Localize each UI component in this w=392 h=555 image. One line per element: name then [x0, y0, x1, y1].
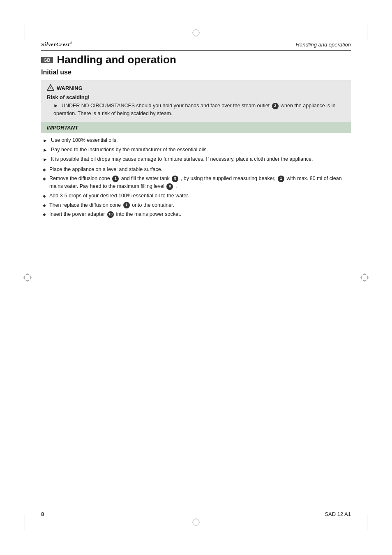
gb-label: GB: [41, 57, 53, 63]
step-5-badge-1: 10: [107, 211, 114, 218]
step-4-text-before: Then replace the diffusion cone: [49, 202, 121, 208]
main-content: GB Handling and operation Initial use ! …: [41, 53, 351, 220]
important-item-2: ► Pay heed to the instructions by the ma…: [41, 146, 351, 154]
brand-name: SilverCrest: [41, 41, 70, 47]
step-2-badge-4: 8: [166, 183, 173, 190]
important-item-1-text: Use only 100% essential oils.: [51, 136, 118, 144]
page-title-text: Handling and operation: [57, 53, 176, 66]
warning-risk-title: Risk of scalding!: [47, 94, 345, 100]
crosshair-right-icon: [360, 273, 369, 282]
warning-badge-2: 2: [272, 103, 279, 109]
brand-superscript: ®: [70, 41, 73, 45]
crosshair-top-icon: [191, 28, 201, 38]
important-item-2-text: Pay heed to the instructions by the manu…: [51, 146, 208, 154]
important-item-1: ► Use only 100% essential oils.: [41, 136, 351, 144]
svg-point-0: [193, 30, 199, 36]
border-right-top: [367, 25, 367, 41]
step-5-text: Insert the power adapter 10 into the mai…: [49, 210, 181, 218]
step-3: ◆ Add 3-5 drops of your desired 100% ess…: [41, 192, 351, 200]
step-2-text: Remove the diffusion cone 1 and fill the…: [49, 175, 351, 190]
step-2-text-middle2: , by using the supplied measuring beaker…: [181, 176, 276, 181]
diamond-bullet-4: ◆: [43, 202, 46, 208]
svg-text:!: !: [50, 86, 51, 90]
step-5-text-before: Insert the power adapter: [49, 211, 105, 217]
step-2-text-middle: and fill the water tank: [121, 176, 170, 181]
step-4-badge-1: 1: [123, 202, 130, 208]
step-2-text-after: .: [175, 183, 177, 189]
step-2-badge-2: 5: [172, 176, 178, 182]
diamond-bullet-2: ◆: [43, 176, 46, 182]
arrow-bullet-icon-2: ►: [43, 146, 48, 154]
warning-header: ! WARNING: [47, 84, 345, 92]
border-left-top: [25, 25, 25, 41]
step-2-text-before: Remove the diffusion cone: [49, 176, 110, 181]
page-number: 8: [41, 511, 44, 517]
model-number: SAD 12 A1: [325, 511, 351, 517]
diamond-bullet-5: ◆: [43, 211, 46, 217]
crosshair-left-icon: [23, 273, 32, 282]
arrow-bullet-icon-3: ►: [43, 156, 48, 163]
header-section-title: Handling and operation: [296, 42, 351, 48]
arrow-bullet-icon-1: ►: [43, 137, 48, 144]
step-4: ◆ Then replace the diffusion cone 1 onto…: [41, 201, 351, 209]
warning-text: ► UNDER NO CIRCUMSTANCES should you hold…: [47, 102, 345, 118]
step-1: ◆ Place the appliance on a level and sta…: [41, 166, 351, 173]
step-2-badge-1: 1: [112, 176, 119, 182]
warning-arrow-bullet: ►: [53, 102, 58, 110]
section-subtitle: Initial use: [41, 69, 351, 76]
important-item-3-text: It is possible that oil drops may cause …: [51, 155, 313, 163]
step-5: ◆ Insert the power adapter 10 into the m…: [41, 210, 351, 218]
border-left-bottom: [25, 514, 25, 530]
crosshair-bottom-icon: [191, 517, 201, 527]
brand-logo: SilverCrest®: [41, 41, 73, 48]
step-3-text: Add 3-5 drops of your desired 100% essen…: [49, 192, 189, 200]
warning-text-before: UNDER NO CIRCUMSTANCES should you hold y…: [62, 103, 270, 109]
step-5-text-after: into the mains power socket.: [116, 211, 181, 217]
step-1-text: Place the appliance on a level and stabl…: [49, 166, 162, 173]
border-right-bottom: [367, 514, 367, 530]
svg-point-10: [24, 274, 31, 281]
step-4-text-after: onto the container.: [132, 202, 174, 208]
warning-text-content: UNDER NO CIRCUMSTANCES should you hold y…: [53, 103, 336, 116]
page-footer: 8 SAD 12 A1: [41, 511, 351, 517]
page-title-row: GB Handling and operation: [41, 53, 351, 66]
important-label: IMPORTANT: [47, 125, 78, 131]
important-box: IMPORTANT: [41, 122, 351, 133]
diamond-bullet-1: ◆: [43, 166, 46, 173]
steps-list: ◆ Place the appliance on a level and sta…: [41, 166, 351, 219]
svg-point-15: [361, 274, 368, 281]
diamond-bullet-3: ◆: [43, 193, 46, 199]
warning-triangle-icon: !: [47, 84, 54, 92]
important-item-3: ► It is possible that oil drops may caus…: [41, 155, 351, 163]
step-2: ◆ Remove the diffusion cone 1 and fill t…: [41, 175, 351, 190]
warning-label: WARNING: [57, 85, 83, 91]
svg-point-5: [193, 519, 199, 525]
warning-box: ! WARNING Risk of scalding! ► UNDER NO C…: [41, 80, 351, 122]
page-header: SilverCrest® Handling and operation: [41, 41, 351, 51]
important-list: ► Use only 100% essential oils. ► Pay he…: [41, 136, 351, 163]
step-2-badge-3: 1: [278, 176, 284, 182]
step-4-text: Then replace the diffusion cone 1 onto t…: [49, 201, 174, 209]
